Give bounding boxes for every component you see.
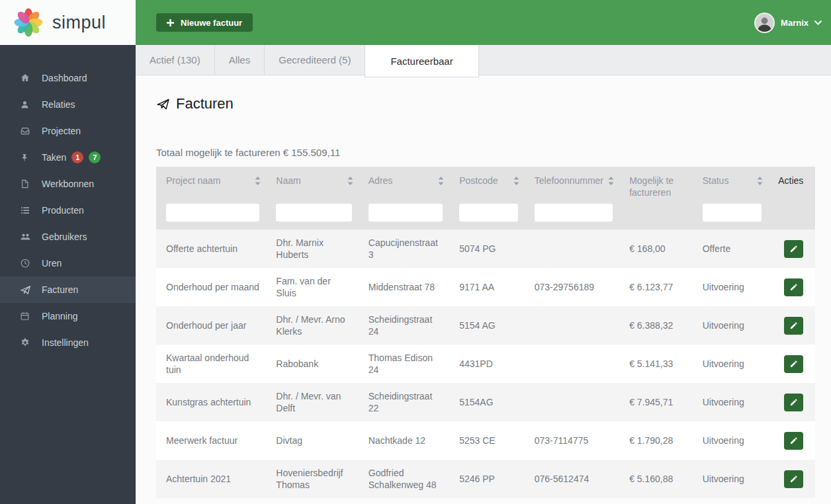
tab-factureerbaar[interactable]: Factureerbaar <box>365 45 478 77</box>
chevron-down-icon <box>814 21 822 25</box>
edit-invoice-button[interactable] <box>784 432 803 450</box>
user-icon <box>20 100 31 110</box>
table-row: Achtertuin 2021 Hoveniersbedrijf Thomas … <box>156 460 815 498</box>
sidebar-nav: DashboardRelatiesProjectenTaken17Werkbon… <box>0 45 136 504</box>
cell-mogelijk-te-factureren: € 5.141,33 <box>619 351 693 376</box>
sidebar-item-producten[interactable]: Producten <box>0 197 136 224</box>
sidebar-item-facturen[interactable]: Facturen <box>0 276 136 303</box>
cell-adres: Scheidingstraat 22 <box>359 384 449 421</box>
column-label: Project naam <box>166 175 220 187</box>
cell-postcode: 4431PD <box>449 351 525 376</box>
cell-status: Uitvoering <box>693 274 769 300</box>
cell-telefoonnummer <box>525 357 619 370</box>
filter-input-status[interactable] <box>703 204 762 222</box>
total-billable-line: Totaal mogelijk te factureren € 155.509,… <box>156 147 815 158</box>
column-header-naam[interactable]: Naam <box>266 175 358 187</box>
column-header-adres[interactable]: Adres <box>359 175 449 187</box>
cell-acties <box>768 394 815 411</box>
filter-cell-mogelijk-te-factureren <box>619 204 693 222</box>
filter-cell-naam <box>266 204 358 222</box>
filter-input-project-naam[interactable] <box>166 204 259 222</box>
cell-telefoonnummer: 076-5612474 <box>525 466 619 491</box>
pencil-icon <box>789 437 798 445</box>
column-header-mogelijk-te-factureren: Mogelijk te factureren <box>619 175 693 198</box>
column-header-status[interactable]: Status <box>693 175 769 187</box>
sidebar-item-werkbonnen[interactable]: Werkbonnen <box>0 171 136 197</box>
cell-adres: Middenstraat 78 <box>359 274 449 300</box>
pencil-icon <box>789 321 798 330</box>
sidebar-item-label: Werkbonnen <box>42 179 94 189</box>
filter-cell-project-naam <box>156 204 266 222</box>
sidebar-item-label: Producten <box>42 205 84 216</box>
task-count-badge: 1 <box>71 151 83 163</box>
cell-telefoonnummer <box>525 319 619 332</box>
tab-gecrediteerd-5[interactable]: Gecrediteerd (5) <box>265 45 365 75</box>
cell-status: Uitvoering <box>693 428 769 453</box>
sidebar-item-projecten[interactable]: Projecten <box>0 118 136 144</box>
sidebar-item-label: Gebruikers <box>42 231 87 242</box>
table-row: Meerwerk factuur Divtag Nachtkade 12 525… <box>156 421 815 460</box>
app-window: simpul Nieuwe factuur Marnix Dashboard <box>0 0 831 504</box>
cell-adres: Nachtkade 12 <box>359 428 449 453</box>
sort-icon <box>757 177 763 185</box>
new-invoice-button[interactable]: Nieuwe factuur <box>156 13 253 32</box>
cell-status: Uitvoering <box>693 466 769 491</box>
sort-icon <box>438 177 444 185</box>
cell-telefoonnummer: 073-7114775 <box>525 428 619 453</box>
invoices-table: Project naamNaamAdresPostcodeTelefoonnum… <box>156 167 815 498</box>
column-label: Naam <box>276 175 300 187</box>
edit-invoice-button[interactable] <box>784 240 803 258</box>
filter-input-postcode[interactable] <box>459 204 518 222</box>
table-header: Project naamNaamAdresPostcodeTelefoonnum… <box>156 167 815 230</box>
cell-status: Uitvoering <box>693 313 769 338</box>
edit-invoice-button[interactable] <box>784 317 803 335</box>
edit-invoice-button[interactable] <box>784 278 803 296</box>
column-label: Telefoonnummer <box>535 175 603 187</box>
sidebar-item-label: Instellingen <box>42 337 89 348</box>
page-title-text: Facturen <box>176 95 234 112</box>
sidebar-item-gebruikers[interactable]: Gebruikers <box>0 224 136 250</box>
cell-project-naam: Offerte achtertuin <box>156 236 266 261</box>
paper-plane-icon <box>20 284 31 296</box>
column-label: Acties <box>778 175 803 187</box>
cell-naam: Dhr. Marnix Huberts <box>266 230 358 267</box>
cell-adres: Capucijnenstraat 3 <box>359 230 449 267</box>
cell-mogelijk-te-factureren: € 6.123,77 <box>619 274 693 300</box>
tab-alles[interactable]: Alles <box>215 45 265 75</box>
flower-logo-icon <box>13 7 44 38</box>
tab-actief-130[interactable]: Actief (130) <box>136 45 215 75</box>
sidebar-item-instellingen[interactable]: Instellingen <box>0 329 136 356</box>
sidebar-item-taken[interactable]: Taken17 <box>0 144 136 171</box>
sidebar-item-uren[interactable]: Uren <box>0 250 136 276</box>
cell-naam: Rabobank <box>266 351 358 376</box>
filter-input-telefoonnummer[interactable] <box>535 204 613 222</box>
cell-status: Offerte <box>693 236 769 261</box>
filter-input-adres[interactable] <box>369 204 443 222</box>
column-header-project-naam[interactable]: Project naam <box>156 175 266 187</box>
table-row: Offerte achtertuin Dhr. Marnix Huberts C… <box>156 230 815 268</box>
column-header-telefoonnummer[interactable]: Telefoonnummer <box>525 175 619 187</box>
topbar: Nieuwe factuur Marnix <box>136 0 831 45</box>
sort-icon <box>608 177 614 185</box>
user-menu[interactable]: Marnix <box>754 13 822 33</box>
cell-telefoonnummer: 073-29756189 <box>525 274 619 300</box>
edit-invoice-button[interactable] <box>784 394 803 411</box>
column-header-postcode[interactable]: Postcode <box>449 175 525 187</box>
sidebar-item-dashboard[interactable]: Dashboard <box>0 65 136 91</box>
cell-telefoonnummer <box>525 242 619 255</box>
sidebar-item-label: Planning <box>42 311 78 321</box>
cell-mogelijk-te-factureren: € 5.160,88 <box>619 466 693 491</box>
cell-adres: Scheidingstraat 24 <box>359 307 449 344</box>
cell-status: Uitvoering <box>693 351 769 376</box>
cell-project-naam: Kunstgras achtertuin <box>156 390 266 415</box>
sidebar-item-relaties[interactable]: Relaties <box>0 91 136 118</box>
edit-invoice-button[interactable] <box>784 355 803 373</box>
filter-input-naam[interactable] <box>276 204 351 222</box>
cell-acties <box>768 240 815 258</box>
cell-status: Uitvoering <box>693 390 769 415</box>
users-icon <box>20 231 31 242</box>
edit-invoice-button[interactable] <box>784 470 803 488</box>
sidebar-item-planning[interactable]: Planning <box>0 303 136 329</box>
sort-icon <box>347 177 353 185</box>
cell-mogelijk-te-factureren: € 168,00 <box>619 236 693 261</box>
